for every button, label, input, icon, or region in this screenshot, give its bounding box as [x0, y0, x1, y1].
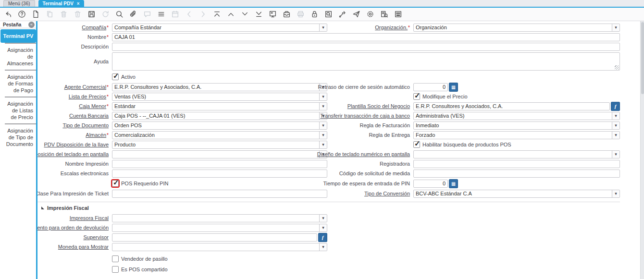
field-label-plantilla-socio[interactable]: Plantilla Socio del Negocio	[347, 103, 410, 109]
tab-terminal-pdv[interactable]: Terminal PDV ×	[38, 0, 84, 7]
sidebar-tab-terminal-pv[interactable]: Terminal PV	[0, 29, 36, 43]
field-label-lista-precios[interactable]: Lista de Precios	[69, 94, 109, 100]
vendedor-pasillo-checkbox[interactable]	[112, 255, 119, 262]
grid-toggle-icon[interactable]	[157, 10, 165, 18]
descripcion-input[interactable]	[112, 43, 620, 51]
field-label-pdv-disposicion-llave[interactable]: PDV Disposición de la llave	[44, 142, 109, 148]
field-label-impresora-fiscal[interactable]: Impresora Fiscal	[70, 215, 109, 221]
combo-arrow-icon[interactable]	[319, 132, 327, 139]
calculator-icon[interactable]	[449, 83, 458, 92]
lock-icon[interactable]	[310, 10, 319, 18]
collapse-sidebar-icon[interactable]: «	[28, 22, 35, 28]
field-label-cuenta-bancaria[interactable]: Cuenta Bancaria	[69, 113, 109, 119]
first-record-icon[interactable]	[213, 10, 221, 18]
combo-arrow-icon[interactable]	[319, 141, 327, 148]
combo-arrow-icon[interactable]	[612, 112, 619, 120]
tab-menu[interactable]: Menú (36)	[3, 0, 35, 7]
collapse-group-icon[interactable]	[41, 206, 44, 209]
calculator-icon[interactable]	[449, 179, 458, 188]
pdv-disposicion-llave-select[interactable]: Producto	[112, 141, 327, 149]
combo-arrow-icon[interactable]	[612, 190, 619, 197]
tipo-documento-select[interactable]: Orden POS	[112, 121, 327, 130]
record-search-icon[interactable]	[611, 102, 620, 111]
attachment-icon[interactable]	[129, 10, 137, 18]
combo-arrow-icon[interactable]	[319, 93, 327, 100]
vertical-scrollbar[interactable]	[640, 21, 644, 279]
record-search-icon[interactable]	[318, 233, 327, 242]
field-label-diseno-teclado-numerico[interactable]: Diseño de teclado numérico en pantalla	[317, 151, 410, 158]
field-label-tipo-documento[interactable]: Tipo de Documento	[62, 122, 109, 129]
almacen-select[interactable]: Comercialización	[112, 131, 327, 139]
retraso-cierre-input[interactable]	[413, 83, 448, 91]
zoom-across-icon[interactable]	[324, 10, 333, 18]
field-label-caja-menor[interactable]: Caja Menor	[79, 103, 109, 109]
field-label-disposicion-teclado[interactable]: Disposición del teclado en pantalla	[37, 151, 109, 158]
compania-select[interactable]: Compañía Estándar	[112, 24, 327, 32]
clase-impresion-ticket-input[interactable]	[112, 190, 327, 198]
sidebar-tab-asignacion-formas-pago[interactable]: Asignación de Formas de Pago	[5, 71, 36, 97]
field-label-agente-comercial[interactable]: Agente Comercial	[64, 84, 109, 90]
nombre-input[interactable]	[112, 33, 620, 41]
save-icon[interactable]	[87, 10, 96, 18]
organizacion-select[interactable]: Organización	[413, 24, 620, 32]
combo-arrow-icon[interactable]	[319, 215, 327, 222]
impresion-fiscal-group-header[interactable]: Impresión Fiscal	[37, 204, 620, 211]
next-record-icon[interactable]	[241, 10, 249, 18]
vertical-scrollbar-thumb[interactable]	[641, 22, 644, 94]
field-label-tipo-conversion[interactable]: Tipo de Conversión	[364, 191, 410, 197]
field-label-supervisor[interactable]: Supervisor	[83, 234, 109, 241]
close-tab-icon[interactable]: ×	[77, 1, 80, 6]
combo-arrow-icon[interactable]	[319, 24, 327, 31]
print-preview-icon[interactable]	[380, 10, 388, 18]
sidebar-tab-asignacion-listas-precio[interactable]: Asignación de Listas de Precio	[5, 97, 36, 123]
combo-arrow-icon[interactable]	[612, 24, 619, 31]
combo-arrow-icon[interactable]	[319, 103, 327, 110]
tipo-conversion-select[interactable]: BCV-ABC Estándar C.A	[413, 190, 620, 198]
undo-icon[interactable]	[4, 10, 12, 18]
agente-comercial-select[interactable]: E.R.P. Consultores y Asociados, C.A.	[112, 83, 327, 91]
field-label-tipo-doc-devolucion[interactable]: Tipo de documento para orden de devoluci…	[37, 225, 109, 231]
regla-facturacion-select[interactable]: Inmediato	[413, 121, 620, 130]
field-label-compania[interactable]: Compañía	[82, 24, 109, 31]
combo-arrow-icon[interactable]	[319, 243, 327, 251]
supervisor-input[interactable]	[112, 233, 317, 242]
find-icon[interactable]	[115, 10, 124, 18]
field-label-moneda-mostrar[interactable]: Moneda para Mostrar	[58, 244, 109, 250]
workflow-icon[interactable]	[338, 10, 347, 18]
cuenta-bancaria-select[interactable]: Caja POS - --_CAJA 01 (VES)	[112, 112, 327, 120]
diseno-teclado-numerico-select[interactable]	[413, 150, 620, 158]
modifique-precio-checkbox[interactable]	[413, 93, 420, 100]
registradora-input[interactable]	[413, 160, 620, 168]
send-mail-icon[interactable]	[352, 10, 360, 18]
field-label-transferir-caja-banco[interactable]: Transferir transacción de caja a banco	[320, 113, 410, 119]
moneda-mostrar-select[interactable]	[112, 243, 327, 251]
es-pos-compartido-checkbox[interactable]	[112, 266, 119, 273]
field-label-organizacion[interactable]: Organización.	[375, 24, 410, 31]
combo-arrow-icon[interactable]	[319, 224, 327, 231]
resize-grip-icon[interactable]	[615, 65, 619, 70]
caja-menor-select[interactable]: Estándar	[112, 102, 327, 110]
tiempo-espera-pin-input[interactable]	[413, 180, 448, 188]
combo-arrow-icon[interactable]	[319, 122, 327, 129]
combo-arrow-icon[interactable]	[612, 122, 619, 129]
sidebar-tab-asignacion-tipo-documento[interactable]: Asignación de Tipo de Documento	[5, 124, 36, 150]
escalas-electronicas-input[interactable]	[112, 170, 327, 178]
nombre-impresion-input[interactable]	[112, 160, 327, 168]
pos-requerido-pin-checkbox[interactable]	[112, 180, 119, 187]
regla-entrega-select[interactable]: Forzado	[413, 131, 620, 139]
ayuda-textarea[interactable]	[112, 52, 620, 71]
new-record-icon[interactable]	[32, 10, 40, 18]
sidebar-tab-asignacion-almacenes[interactable]: Asignación de Almacenes	[5, 44, 36, 70]
tipo-doc-devolucion-select[interactable]	[112, 224, 327, 232]
impresora-fiscal-select[interactable]	[112, 214, 327, 222]
preferences-icon[interactable]	[366, 10, 374, 18]
report-view-icon[interactable]	[394, 10, 402, 18]
combo-arrow-icon[interactable]	[612, 132, 619, 139]
report-icon[interactable]	[269, 10, 277, 18]
combo-arrow-icon[interactable]	[612, 151, 619, 158]
plantilla-socio-input[interactable]	[413, 102, 610, 110]
habilitar-busqueda-checkbox[interactable]	[413, 141, 420, 148]
archive-icon[interactable]	[283, 10, 291, 18]
last-record-icon[interactable]	[255, 10, 263, 18]
disposicion-teclado-select[interactable]	[112, 150, 327, 158]
